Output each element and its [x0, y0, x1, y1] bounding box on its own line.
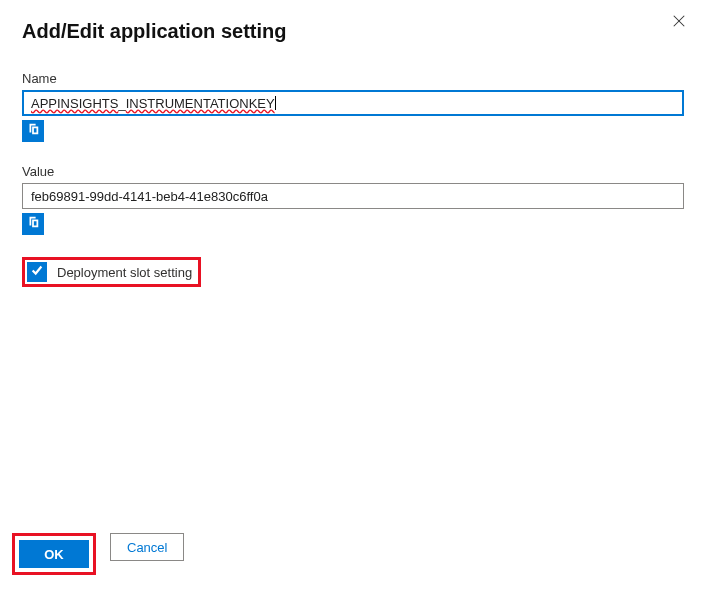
copy-value-button[interactable] — [22, 213, 44, 235]
close-icon[interactable] — [672, 14, 686, 31]
copy-name-button[interactable] — [22, 120, 44, 142]
check-icon — [30, 263, 44, 281]
copy-icon — [26, 215, 40, 233]
cancel-button[interactable]: Cancel — [110, 533, 184, 561]
value-label: Value — [22, 164, 684, 179]
ok-button[interactable]: OK — [19, 540, 89, 568]
deployment-slot-highlight: Deployment slot setting — [22, 257, 201, 287]
name-label: Name — [22, 71, 684, 86]
name-input[interactable]: APPINSIGHTS_INSTRUMENTATIONKEY — [22, 90, 684, 116]
copy-icon — [26, 122, 40, 140]
deployment-slot-label[interactable]: Deployment slot setting — [57, 265, 192, 280]
ok-button-highlight: OK — [12, 533, 96, 575]
deployment-slot-checkbox[interactable] — [27, 262, 47, 282]
panel-title: Add/Edit application setting — [22, 20, 684, 43]
value-input[interactable] — [22, 183, 684, 209]
